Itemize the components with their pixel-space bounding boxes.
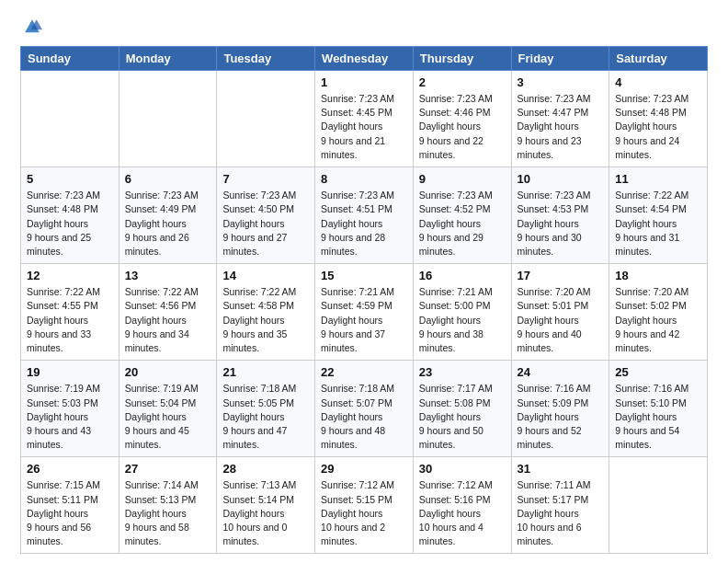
day-number: 29 — [321, 462, 407, 476]
day-number: 3 — [518, 75, 604, 89]
calendar-cell: 6Sunrise: 7:23 AMSunset: 4:49 PMDaylight… — [119, 167, 217, 264]
day-info: Sunrise: 7:21 AMSunset: 4:59 PMDaylight … — [321, 285, 407, 355]
calendar-cell — [217, 71, 315, 167]
calendar-cell: 21Sunrise: 7:18 AMSunset: 5:05 PMDayligh… — [217, 361, 315, 457]
day-number: 24 — [518, 365, 604, 379]
calendar-cell: 16Sunrise: 7:21 AMSunset: 5:00 PMDayligh… — [413, 264, 511, 361]
day-number: 6 — [125, 172, 211, 186]
day-info: Sunrise: 7:19 AMSunset: 5:03 PMDaylight … — [27, 382, 113, 452]
day-info: Sunrise: 7:11 AMSunset: 5:17 PMDaylight … — [518, 478, 604, 548]
calendar-cell: 14Sunrise: 7:22 AMSunset: 4:58 PMDayligh… — [217, 264, 315, 361]
calendar-cell: 18Sunrise: 7:20 AMSunset: 5:02 PMDayligh… — [609, 264, 708, 361]
calendar-cell — [21, 71, 119, 167]
calendar-cell: 13Sunrise: 7:22 AMSunset: 4:56 PMDayligh… — [119, 264, 217, 361]
day-info: Sunrise: 7:23 AMSunset: 4:51 PMDaylight … — [321, 189, 407, 259]
calendar-cell: 23Sunrise: 7:17 AMSunset: 5:08 PMDayligh… — [413, 361, 511, 457]
day-info: Sunrise: 7:18 AMSunset: 5:07 PMDaylight … — [321, 382, 407, 452]
weekday-header-sunday: Sunday — [21, 47, 119, 71]
day-info: Sunrise: 7:23 AMSunset: 4:48 PMDaylight … — [27, 189, 113, 259]
day-number: 27 — [125, 462, 211, 476]
day-number: 8 — [321, 172, 407, 186]
calendar-cell: 19Sunrise: 7:19 AMSunset: 5:03 PMDayligh… — [21, 361, 119, 457]
weekday-header-monday: Monday — [119, 47, 217, 71]
calendar-cell: 5Sunrise: 7:23 AMSunset: 4:48 PMDaylight… — [21, 167, 119, 264]
page: SundayMondayTuesdayWednesdayThursdayFrid… — [0, 0, 728, 563]
calendar-cell: 12Sunrise: 7:22 AMSunset: 4:55 PMDayligh… — [21, 264, 119, 361]
logo-icon — [22, 17, 42, 37]
day-number: 18 — [615, 269, 701, 282]
day-info: Sunrise: 7:14 AMSunset: 5:13 PMDaylight … — [125, 478, 211, 548]
day-info: Sunrise: 7:19 AMSunset: 5:04 PMDaylight … — [125, 382, 211, 452]
calendar-cell: 26Sunrise: 7:15 AMSunset: 5:11 PMDayligh… — [21, 457, 119, 554]
day-number: 9 — [419, 172, 506, 186]
day-number: 11 — [615, 172, 701, 186]
day-number: 7 — [222, 172, 309, 186]
logo — [20, 17, 42, 37]
day-number: 10 — [518, 172, 604, 186]
calendar-cell: 28Sunrise: 7:13 AMSunset: 5:14 PMDayligh… — [217, 457, 315, 554]
day-number: 26 — [27, 462, 113, 476]
day-number: 25 — [615, 365, 701, 379]
day-info: Sunrise: 7:16 AMSunset: 5:10 PMDaylight … — [615, 382, 701, 452]
day-info: Sunrise: 7:23 AMSunset: 4:47 PMDaylight … — [518, 92, 604, 162]
day-info: Sunrise: 7:18 AMSunset: 5:05 PMDaylight … — [222, 382, 309, 452]
weekday-header-row: SundayMondayTuesdayWednesdayThursdayFrid… — [21, 47, 708, 71]
day-info: Sunrise: 7:17 AMSunset: 5:08 PMDaylight … — [419, 382, 506, 452]
day-info: Sunrise: 7:12 AMSunset: 5:15 PMDaylight … — [321, 478, 407, 548]
calendar-cell: 31Sunrise: 7:11 AMSunset: 5:17 PMDayligh… — [511, 457, 609, 554]
day-number: 30 — [419, 462, 506, 476]
calendar-cell: 27Sunrise: 7:14 AMSunset: 5:13 PMDayligh… — [119, 457, 217, 554]
day-info: Sunrise: 7:22 AMSunset: 4:55 PMDaylight … — [27, 285, 113, 355]
day-number: 15 — [321, 269, 407, 282]
day-info: Sunrise: 7:23 AMSunset: 4:53 PMDaylight … — [518, 189, 604, 259]
day-number: 31 — [518, 462, 604, 476]
calendar-cell: 24Sunrise: 7:16 AMSunset: 5:09 PMDayligh… — [511, 361, 609, 457]
calendar-cell: 29Sunrise: 7:12 AMSunset: 5:15 PMDayligh… — [315, 457, 414, 554]
day-number: 5 — [27, 172, 113, 186]
day-number: 23 — [419, 365, 506, 379]
weekday-header-tuesday: Tuesday — [217, 47, 315, 71]
week-row: 12Sunrise: 7:22 AMSunset: 4:55 PMDayligh… — [21, 264, 708, 361]
calendar-cell: 4Sunrise: 7:23 AMSunset: 4:48 PMDaylight… — [609, 71, 708, 167]
day-info: Sunrise: 7:23 AMSunset: 4:46 PMDaylight … — [419, 92, 506, 162]
day-info: Sunrise: 7:23 AMSunset: 4:52 PMDaylight … — [419, 189, 506, 259]
calendar-cell — [609, 457, 708, 554]
day-info: Sunrise: 7:22 AMSunset: 4:58 PMDaylight … — [222, 285, 309, 355]
day-info: Sunrise: 7:23 AMSunset: 4:48 PMDaylight … — [615, 92, 701, 162]
calendar-cell: 11Sunrise: 7:22 AMSunset: 4:54 PMDayligh… — [609, 167, 708, 264]
day-info: Sunrise: 7:23 AMSunset: 4:45 PMDaylight … — [321, 92, 407, 162]
week-row: 19Sunrise: 7:19 AMSunset: 5:03 PMDayligh… — [21, 361, 708, 457]
week-row: 26Sunrise: 7:15 AMSunset: 5:11 PMDayligh… — [21, 457, 708, 554]
day-info: Sunrise: 7:22 AMSunset: 4:54 PMDaylight … — [615, 189, 701, 259]
day-number: 16 — [419, 269, 506, 282]
day-info: Sunrise: 7:13 AMSunset: 5:14 PMDaylight … — [222, 478, 309, 548]
week-row: 1Sunrise: 7:23 AMSunset: 4:45 PMDaylight… — [21, 71, 708, 167]
calendar-cell: 25Sunrise: 7:16 AMSunset: 5:10 PMDayligh… — [609, 361, 708, 457]
day-number: 28 — [222, 462, 309, 476]
week-row: 5Sunrise: 7:23 AMSunset: 4:48 PMDaylight… — [21, 167, 708, 264]
day-info: Sunrise: 7:16 AMSunset: 5:09 PMDaylight … — [518, 382, 604, 452]
day-number: 1 — [321, 75, 407, 89]
weekday-header-friday: Friday — [511, 47, 609, 71]
day-number: 22 — [321, 365, 407, 379]
calendar-cell: 3Sunrise: 7:23 AMSunset: 4:47 PMDaylight… — [511, 71, 609, 167]
day-info: Sunrise: 7:23 AMSunset: 4:49 PMDaylight … — [125, 189, 211, 259]
calendar-cell: 1Sunrise: 7:23 AMSunset: 4:45 PMDaylight… — [315, 71, 414, 167]
day-number: 4 — [615, 75, 701, 89]
day-number: 19 — [27, 365, 113, 379]
day-info: Sunrise: 7:21 AMSunset: 5:00 PMDaylight … — [419, 285, 506, 355]
calendar-cell: 20Sunrise: 7:19 AMSunset: 5:04 PMDayligh… — [119, 361, 217, 457]
calendar-cell: 15Sunrise: 7:21 AMSunset: 4:59 PMDayligh… — [315, 264, 414, 361]
header — [20, 17, 708, 37]
calendar-cell: 9Sunrise: 7:23 AMSunset: 4:52 PMDaylight… — [413, 167, 511, 264]
day-info: Sunrise: 7:22 AMSunset: 4:56 PMDaylight … — [125, 285, 211, 355]
weekday-header-thursday: Thursday — [413, 47, 511, 71]
calendar-cell: 8Sunrise: 7:23 AMSunset: 4:51 PMDaylight… — [315, 167, 414, 264]
day-info: Sunrise: 7:20 AMSunset: 5:02 PMDaylight … — [615, 285, 701, 355]
calendar-cell: 17Sunrise: 7:20 AMSunset: 5:01 PMDayligh… — [511, 264, 609, 361]
day-number: 17 — [518, 269, 604, 282]
calendar-cell: 22Sunrise: 7:18 AMSunset: 5:07 PMDayligh… — [315, 361, 414, 457]
day-info: Sunrise: 7:15 AMSunset: 5:11 PMDaylight … — [27, 478, 113, 548]
day-info: Sunrise: 7:23 AMSunset: 4:50 PMDaylight … — [222, 189, 309, 259]
calendar-cell: 2Sunrise: 7:23 AMSunset: 4:46 PMDaylight… — [413, 71, 511, 167]
